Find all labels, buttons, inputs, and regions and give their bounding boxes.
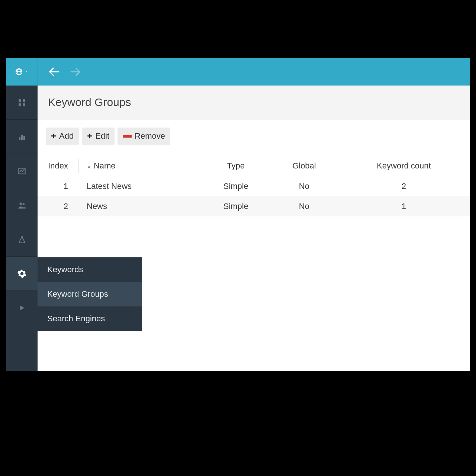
remove-button-label: Remove [135,131,165,141]
back-button[interactable] [46,64,62,80]
site-selector[interactable] [6,58,38,86]
col-global[interactable]: Global [271,156,338,176]
settings-flyout: Keywords Keyword Groups Search Engines [38,257,142,331]
flyout-item-keywords[interactable]: Keywords [38,257,142,282]
keyword-groups-table: Index ▲Name Type Global Keyword count 1 … [38,156,470,216]
sidebar-item-stats[interactable] [6,120,38,154]
svg-rect-4 [19,137,20,140]
plus-icon: + [87,132,92,141]
page-title: Keyword Groups [48,96,460,109]
chevron-down-icon [25,70,28,74]
play-icon [18,304,26,312]
col-count[interactable]: Keyword count [338,156,470,176]
edit-button-label: Edit [95,131,109,141]
svg-rect-6 [23,136,25,140]
globe-icon [15,68,23,76]
col-index[interactable]: Index [38,156,78,176]
add-button[interactable]: + Add [46,128,79,145]
grid-icon [17,98,26,107]
edit-button[interactable]: + Edit [82,128,115,145]
remove-button[interactable]: Remove [118,128,170,145]
add-button-label: Add [59,131,74,141]
sidebar-item-settings[interactable] [6,257,38,291]
svg-rect-5 [21,135,23,140]
arrow-right-icon [67,64,83,80]
table-row[interactable]: 1 Latest News Simple No 2 [38,176,470,197]
sidebar-item-trends[interactable] [6,154,38,188]
flyout-item-keyword-groups[interactable]: Keyword Groups [38,282,142,306]
sidebar [6,86,38,371]
users-icon [17,200,27,210]
col-type[interactable]: Type [201,156,271,176]
col-name[interactable]: ▲Name [78,156,201,176]
svg-rect-2 [19,103,21,106]
linechart-icon [17,166,27,176]
sidebar-item-dashboard[interactable] [6,86,38,120]
flyout-item-search-engines[interactable]: Search Engines [38,306,142,331]
svg-rect-1 [23,99,25,102]
sidebar-item-lab[interactable] [6,222,38,257]
bars-icon [17,132,26,141]
sidebar-item-users[interactable] [6,188,38,222]
top-bar [6,58,470,86]
svg-point-7 [19,202,22,205]
sidebar-item-run[interactable] [6,291,38,325]
svg-rect-0 [19,99,21,102]
table-row[interactable]: 2 News Simple No 1 [38,196,470,216]
arrow-left-icon [46,64,62,80]
sort-asc-icon: ▲ [87,164,91,169]
flask-icon [17,235,26,244]
svg-point-8 [22,203,24,205]
gear-icon [17,269,27,279]
forward-button[interactable] [67,64,83,80]
toolbar: + Add + Edit Remove [38,120,470,148]
minus-icon [123,135,132,138]
plus-icon: + [51,132,56,141]
svg-rect-3 [23,103,25,106]
